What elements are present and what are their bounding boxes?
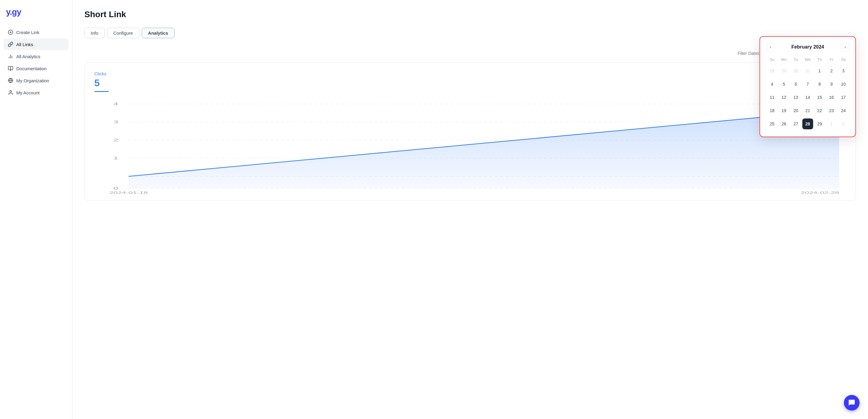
calendar-day[interactable]: 20: [790, 105, 801, 116]
tab-configure[interactable]: Configure: [107, 28, 139, 38]
calendar-cell[interactable]: 17: [838, 91, 849, 104]
calendar-day[interactable]: 21: [802, 105, 813, 116]
calendar-day[interactable]: 19: [778, 105, 789, 116]
calendar-cell[interactable]: 24: [838, 104, 849, 117]
calendar-cell[interactable]: 2: [826, 64, 837, 78]
calendar-cell[interactable]: 10: [838, 78, 849, 91]
calendar-day[interactable]: 17: [838, 92, 849, 103]
plus-circle-icon: [8, 30, 13, 35]
calendar-day[interactable]: 29: [814, 118, 825, 129]
calendar-cell[interactable]: 19: [778, 104, 789, 117]
chart-svg: 4 3 2 1 0 2024-01-18 2024-02-28: [94, 98, 846, 194]
calendar-day[interactable]: 7: [802, 79, 813, 90]
calendar-day[interactable]: 13: [790, 92, 801, 103]
main-content: Short Link Info Configure Analytics Filt…: [72, 0, 868, 419]
calendar-cell[interactable]: 9: [826, 78, 837, 91]
calendar-cell[interactable]: 22: [814, 104, 826, 117]
calendar-cell[interactable]: 20: [790, 104, 802, 117]
calendar-cell[interactable]: 15: [814, 91, 826, 104]
user-icon: [8, 90, 13, 95]
calendar-next-button[interactable]: ›: [841, 43, 849, 51]
calendar-day[interactable]: 14: [802, 92, 813, 103]
sidebar-item-all-links[interactable]: All Links: [4, 38, 68, 50]
calendar-cell[interactable]: 25: [766, 117, 778, 130]
calendar-day[interactable]: 5: [778, 79, 789, 90]
calendar-day[interactable]: 8: [814, 79, 825, 90]
calendar-day[interactable]: 2: [826, 65, 837, 76]
sidebar-item-documentation[interactable]: Documentation: [4, 63, 68, 74]
calendar-prev-button[interactable]: ‹: [766, 43, 775, 51]
calendar-day[interactable]: 6: [790, 79, 801, 90]
calendar-day[interactable]: 26: [778, 118, 789, 129]
sidebar-item-create-link[interactable]: Create Link: [4, 27, 68, 38]
calendar-day[interactable]: 23: [826, 105, 837, 116]
filter-label: Filter Dates: [738, 51, 759, 56]
calendar-day[interactable]: 10: [838, 79, 849, 90]
calendar-day[interactable]: 3: [838, 65, 849, 76]
calendar-cell[interactable]: 1: [814, 64, 826, 78]
calendar-day[interactable]: 27: [790, 118, 801, 129]
calendar-day[interactable]: 2: [838, 118, 849, 129]
calendar-day[interactable]: 29: [778, 65, 789, 76]
calendar-day[interactable]: 12: [778, 92, 789, 103]
calendar-cell[interactable]: 29: [814, 117, 826, 130]
tab-info[interactable]: Info: [84, 28, 104, 38]
calendar-cell[interactable]: 31: [802, 64, 813, 78]
calendar-cell[interactable]: 2: [838, 117, 849, 130]
dow-we: We: [802, 56, 813, 64]
calendar-day[interactable]: 4: [767, 79, 778, 90]
calendar-cell[interactable]: 12: [778, 91, 789, 104]
svg-text:2: 2: [113, 138, 118, 142]
calendar-day[interactable]: 1: [826, 118, 837, 129]
chart-underline: [94, 91, 109, 92]
calendar-cell[interactable]: 23: [826, 104, 837, 117]
calendar-cell[interactable]: 14: [802, 91, 813, 104]
dow-mo: Mo: [778, 56, 789, 64]
calendar-day[interactable]: 30: [790, 65, 801, 76]
calendar-day[interactable]: 25: [767, 118, 778, 129]
calendar-day[interactable]: 28: [767, 65, 778, 76]
calendar-cell[interactable]: 27: [790, 117, 802, 130]
calendar-cell[interactable]: 13: [790, 91, 802, 104]
sidebar-item-all-links-label: All Links: [16, 42, 33, 47]
calendar-cell[interactable]: 26: [778, 117, 789, 130]
svg-text:4: 4: [113, 101, 118, 106]
calendar-day[interactable]: 15: [814, 92, 825, 103]
calendar-cell[interactable]: 5: [778, 78, 789, 91]
chat-button[interactable]: [844, 395, 860, 411]
calendar-day[interactable]: 31: [802, 65, 813, 76]
calendar-day[interactable]: 28: [802, 118, 813, 129]
calendar-cell[interactable]: 1: [826, 117, 837, 130]
calendar-cell[interactable]: 4: [766, 78, 778, 91]
calendar-cell[interactable]: 30: [790, 64, 802, 78]
sidebar-item-my-organization[interactable]: My Organization: [4, 75, 68, 86]
calendar-cell[interactable]: 21: [802, 104, 813, 117]
dow-th: Th: [814, 56, 826, 64]
calendar-day[interactable]: 22: [814, 105, 825, 116]
calendar-cell[interactable]: 29: [778, 64, 789, 78]
calendar-month-title: February 2024: [792, 44, 824, 50]
calendar-cell[interactable]: 11: [766, 91, 778, 104]
app-logo: y.gy: [0, 7, 72, 27]
calendar-cell[interactable]: 3: [838, 64, 849, 78]
calendar-cell[interactable]: 8: [814, 78, 826, 91]
calendar-day[interactable]: 18: [767, 105, 778, 116]
calendar-cell[interactable]: 28: [766, 64, 778, 78]
calendar-cell[interactable]: 6: [790, 78, 802, 91]
calendar-popup: ‹ February 2024 › Su Mo Tu We Th Fr Sa 2…: [760, 36, 856, 137]
sidebar-item-all-analytics[interactable]: All Analytics: [4, 51, 68, 62]
calendar-day[interactable]: 9: [826, 79, 837, 90]
chart-area: 4 3 2 1 0 2024-01-18 2024-02-28: [94, 98, 846, 194]
tab-analytics[interactable]: Analytics: [142, 28, 175, 38]
calendar-day[interactable]: 11: [767, 92, 778, 103]
calendar-day[interactable]: 24: [838, 105, 849, 116]
calendar-cell[interactable]: 28: [802, 117, 813, 130]
calendar-cell[interactable]: 16: [826, 91, 837, 104]
calendar-cell[interactable]: 18: [766, 104, 778, 117]
calendar-day[interactable]: 16: [826, 92, 837, 103]
chart-container: Clicks 5 4 3 2 1 0: [84, 62, 856, 201]
calendar-day[interactable]: 1: [814, 65, 825, 76]
dow-tu: Tu: [790, 56, 802, 64]
sidebar-item-my-account[interactable]: My Account: [4, 87, 68, 98]
calendar-cell[interactable]: 7: [802, 78, 813, 91]
